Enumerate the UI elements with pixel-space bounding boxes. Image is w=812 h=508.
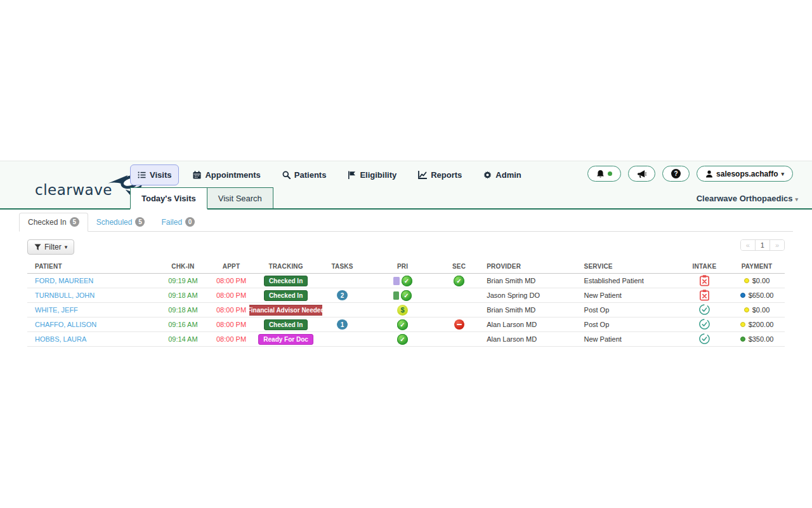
search-icon bbox=[282, 171, 291, 179]
patient-cell: WHITE, JEFF bbox=[27, 306, 153, 314]
tab-visit-search[interactable]: Visit Search bbox=[207, 187, 273, 210]
payment-cell: $650.00 bbox=[729, 291, 785, 299]
main-nav: VisitsAppointmentsPatientsEligibilityRep… bbox=[130, 164, 535, 185]
pri-cell: $ bbox=[362, 305, 443, 316]
column-header-chk-in: CHK-IN bbox=[153, 263, 213, 270]
payment-status-dot bbox=[740, 322, 745, 327]
sec-cell: ✓ bbox=[443, 276, 475, 286]
intake-complete-icon[interactable] bbox=[698, 318, 710, 331]
patient-link[interactable]: WHITE, JEFF bbox=[35, 306, 78, 314]
bell-icon bbox=[596, 170, 605, 178]
subtab-checked-in[interactable]: Checked In5 bbox=[19, 213, 88, 232]
payment-status-dot bbox=[740, 293, 745, 298]
megaphone-icon bbox=[637, 170, 646, 178]
header-actions: ? salesops.achaffo ▾ bbox=[587, 166, 793, 182]
pri-cell: ✓ bbox=[362, 290, 443, 301]
nav-item-admin[interactable]: Admin bbox=[476, 164, 528, 185]
column-header-provider: PROVIDER bbox=[475, 263, 582, 270]
provider-cell: Alan Larson MD bbox=[475, 321, 582, 328]
nav-item-reports[interactable]: Reports bbox=[410, 164, 469, 185]
task-count-badge[interactable]: 2 bbox=[337, 290, 348, 300]
intake-complete-icon[interactable] bbox=[698, 333, 710, 346]
location-label: Clearwave Orthopaedics bbox=[697, 194, 793, 203]
status-check-icon: ✓ bbox=[454, 276, 464, 286]
tracking-status-badge[interactable]: Ready For Doc bbox=[258, 334, 313, 345]
intake-incomplete-icon[interactable] bbox=[698, 289, 710, 302]
nav-item-label: Reports bbox=[431, 170, 462, 180]
payment-status-dot bbox=[744, 307, 749, 312]
table-row: TURNBULL, JOHN09:18 AM08:00 PMChecked In… bbox=[27, 288, 785, 303]
location-selector[interactable]: Clearwave Orthopaedics▾ bbox=[697, 194, 798, 203]
service-cell: Established Patient bbox=[583, 277, 680, 284]
logo-wordmark: clearwave bbox=[35, 182, 112, 198]
subtab-label: Scheduled bbox=[96, 218, 133, 227]
chkin-cell: 09:18 AM bbox=[153, 306, 213, 314]
intake-cell bbox=[680, 274, 729, 288]
nav-item-patients[interactable]: Patients bbox=[275, 164, 334, 185]
status-subtabs: Checked In5Scheduled5Failed0 bbox=[19, 213, 793, 232]
patient-link[interactable]: HOBBS, LAURA bbox=[35, 335, 86, 343]
status-check-icon: ✓ bbox=[402, 276, 412, 286]
sec-cell bbox=[443, 319, 475, 330]
pagination: « 1 » bbox=[740, 239, 785, 251]
tracking-cell: Financial Advisor Needed bbox=[249, 305, 322, 316]
main-content: Checked In5Scheduled5Failed0 Filter ▾ « … bbox=[0, 213, 812, 347]
nav-item-appointments[interactable]: Appointments bbox=[185, 164, 268, 185]
pri-cell: ✓ bbox=[362, 319, 443, 330]
status-check-icon: ✓ bbox=[397, 319, 408, 330]
appt-cell: 08:00 PM bbox=[213, 291, 249, 299]
priority-marker-green bbox=[393, 291, 399, 300]
tracking-status-badge[interactable]: Financial Advisor Needed bbox=[249, 305, 322, 316]
intake-incomplete-icon[interactable] bbox=[698, 274, 710, 288]
column-header-tracking: TRACKING bbox=[249, 263, 322, 270]
stop-icon bbox=[454, 319, 464, 330]
nav-item-label: Admin bbox=[495, 170, 521, 180]
payment-cell: $350.00 bbox=[729, 335, 785, 343]
chkin-cell: 09:18 AM bbox=[153, 291, 213, 299]
payment-amount: $0.00 bbox=[752, 306, 770, 314]
subtab-scheduled[interactable]: Scheduled5 bbox=[88, 213, 154, 232]
notifications-button[interactable] bbox=[587, 166, 621, 182]
table-toolbar: Filter ▾ « 1 » bbox=[27, 239, 785, 255]
announcements-button[interactable] bbox=[628, 166, 655, 182]
status-check-icon: ✓ bbox=[401, 290, 412, 301]
nav-item-label: Patients bbox=[294, 170, 327, 180]
payment-status-dot bbox=[744, 278, 749, 283]
tracking-status-badge[interactable]: Checked In bbox=[264, 276, 308, 286]
patient-link[interactable]: CHAFFO, ALLISON bbox=[35, 321, 96, 328]
service-cell: New Patient bbox=[583, 335, 680, 343]
payment-cell: $200.00 bbox=[729, 321, 785, 328]
intake-cell bbox=[680, 289, 729, 302]
page-number[interactable]: 1 bbox=[755, 240, 769, 250]
user-menu-button[interactable]: salesops.achaffo ▾ bbox=[697, 166, 793, 182]
tracking-status-badge[interactable]: Checked In bbox=[264, 319, 308, 330]
help-button[interactable]: ? bbox=[662, 166, 690, 182]
filter-button[interactable]: Filter ▾ bbox=[27, 239, 74, 255]
patient-link[interactable]: FORD, MAUREEN bbox=[35, 277, 93, 284]
gear-icon bbox=[483, 171, 492, 179]
tab-today-s-visits[interactable]: Today's Visits bbox=[130, 187, 207, 210]
nav-item-eligibility[interactable]: Eligibility bbox=[340, 164, 404, 185]
table-row: CHAFFO, ALLISON09:16 AM08:00 PMChecked I… bbox=[27, 318, 785, 332]
nav-item-visits[interactable]: Visits bbox=[130, 164, 179, 185]
chkin-cell: 09:14 AM bbox=[153, 335, 213, 343]
task-count-badge[interactable]: 1 bbox=[337, 319, 348, 330]
intake-cell bbox=[680, 318, 729, 331]
nav-item-label: Visits bbox=[150, 170, 171, 180]
page-prev-button[interactable]: « bbox=[741, 240, 755, 250]
table-row: WHITE, JEFF09:18 AM08:00 PMFinancial Adv… bbox=[27, 303, 785, 318]
user-name-label: salesops.achaffo bbox=[716, 170, 778, 178]
column-header-payment: PAYMENT bbox=[729, 263, 785, 270]
page-next-button[interactable]: » bbox=[769, 240, 784, 250]
payment-cell: $0.00 bbox=[729, 306, 785, 314]
patient-link[interactable]: TURNBULL, JOHN bbox=[35, 291, 95, 299]
nav-item-label: Eligibility bbox=[360, 170, 396, 180]
subtab-count-badge: 0 bbox=[185, 217, 195, 227]
intake-cell bbox=[680, 333, 729, 346]
subtab-failed[interactable]: Failed0 bbox=[153, 213, 203, 232]
dollar-icon: $ bbox=[397, 305, 408, 316]
provider-cell: Brian Smith MD bbox=[475, 277, 582, 284]
appt-cell: 08:00 PM bbox=[213, 306, 249, 314]
tracking-status-badge[interactable]: Checked In bbox=[264, 290, 308, 301]
intake-complete-icon[interactable] bbox=[698, 304, 710, 317]
